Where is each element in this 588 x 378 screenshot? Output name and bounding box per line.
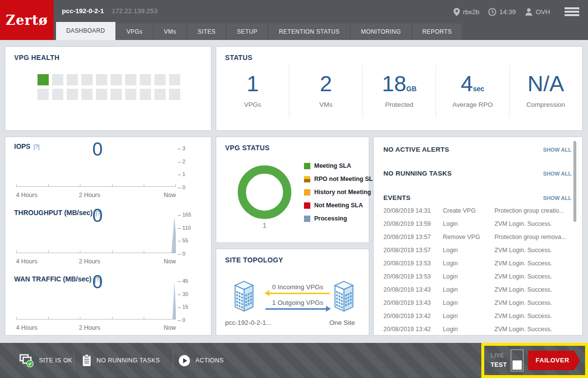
event-row[interactable]: 20/08/2019 13:53LoginZVM Login. Success. bbox=[383, 270, 566, 283]
wan-traffic-plot-area bbox=[16, 281, 176, 319]
event-description: ZVM Login. Success. bbox=[494, 326, 566, 333]
live-test-toggle[interactable] bbox=[511, 349, 524, 372]
event-description: Protection group remova... bbox=[494, 234, 566, 240]
event-action: Login bbox=[443, 313, 494, 319]
topology-links: 0 Incoming VPGs 1 Outgoing VPGs bbox=[264, 283, 332, 315]
legend-label: RPO not Meeting SLA bbox=[314, 176, 377, 182]
tab-sites[interactable]: SITES bbox=[188, 23, 226, 40]
footer-divider bbox=[173, 350, 173, 371]
local-site-building-icon bbox=[232, 279, 256, 313]
incoming-arrow bbox=[266, 293, 330, 294]
stat-label: VPGs bbox=[216, 101, 289, 108]
event-row[interactable]: 20/08/2019 13:42LoginZVM Login. Success. bbox=[383, 309, 566, 322]
tab-monitoring[interactable]: MONITORING bbox=[351, 23, 411, 40]
iops-x-axis: 4 Hours2 HoursNow bbox=[16, 192, 176, 199]
vpg-health-cell bbox=[81, 89, 93, 100]
event-action: Create VPG bbox=[443, 207, 494, 214]
vpg-health-cell bbox=[111, 74, 122, 85]
remote-site-label: One Site bbox=[329, 319, 355, 326]
event-row[interactable]: 20/08/2019 14:31Create VPGProtection gro… bbox=[383, 204, 566, 217]
legend-label: Processing bbox=[314, 215, 347, 222]
status-panel: STATUS 1 VPGs 2 VMs 18GB Protected 4sec … bbox=[216, 46, 583, 131]
event-description: Protection group creatio... bbox=[494, 207, 566, 214]
live-label: LIVE bbox=[491, 351, 507, 360]
vpg-health-cell bbox=[140, 74, 151, 85]
location-pin-icon bbox=[454, 8, 460, 16]
event-time: 20/08/2019 13:42 bbox=[383, 313, 443, 319]
site-topology-title: SITE TOPOLOGY bbox=[225, 256, 283, 264]
vpg-health-cell bbox=[81, 74, 93, 85]
event-row[interactable]: 20/08/2019 13:57LoginZVM Login. Success. bbox=[383, 243, 566, 257]
events-list: 20/08/2019 14:31Create VPGProtection gro… bbox=[383, 204, 566, 336]
throughput-y-axis: 165110550 bbox=[178, 212, 204, 257]
event-action: Login bbox=[443, 286, 494, 293]
legend-swatch bbox=[304, 216, 310, 222]
vpg-status-title: VPG STATUS bbox=[225, 144, 269, 152]
menu-icon[interactable] bbox=[565, 6, 579, 18]
tab-dashboard[interactable]: DASHBOARD bbox=[56, 22, 115, 40]
vpg-health-cell bbox=[96, 74, 107, 85]
failover-mode-labels: LIVE TEST bbox=[491, 351, 507, 370]
failover-button[interactable]: FAILOVER bbox=[528, 351, 580, 370]
zerto-logo: Zertø bbox=[0, 0, 54, 40]
event-time: 20/08/2019 13:57 bbox=[383, 234, 443, 240]
vpg-status-count: 1 bbox=[238, 221, 291, 229]
event-time: 20/08/2019 13:43 bbox=[383, 286, 443, 293]
stat-label: VMs bbox=[289, 101, 362, 108]
vpg-health-grid bbox=[38, 74, 181, 100]
tab-reports[interactable]: REPORTS bbox=[412, 23, 462, 40]
tasks-show-all-link[interactable]: SHOW ALL bbox=[543, 171, 571, 177]
event-action: Login bbox=[443, 273, 494, 280]
event-row[interactable]: 20/08/2019 13:53LoginZVM Login. Success. bbox=[383, 257, 566, 270]
stat-label: Average RPO bbox=[436, 101, 509, 108]
tab-vms[interactable]: VMs bbox=[154, 23, 187, 40]
event-time: 20/08/2019 13:53 bbox=[383, 273, 443, 280]
site-identity: pcc-192-0-2-1 172.22.139.253 bbox=[62, 7, 157, 15]
events-show-all-link[interactable]: SHOW ALL bbox=[543, 195, 571, 201]
vpg-health-cell bbox=[38, 89, 49, 100]
vpg-status-panel: VPG STATUS 1 Meeting SLARPO not Meeting … bbox=[216, 137, 369, 243]
alerts-show-all-link[interactable]: SHOW ALL bbox=[543, 147, 571, 153]
events-scrollbar[interactable] bbox=[573, 141, 576, 222]
stat-label: Compression bbox=[510, 101, 582, 108]
vpg-health-cell bbox=[140, 89, 151, 100]
user-label: OVH bbox=[536, 8, 550, 16]
remote-site-building-icon bbox=[332, 279, 356, 313]
event-row[interactable]: 20/08/2019 13:59LoginZVM Login. Success. bbox=[383, 217, 566, 230]
legend-swatch bbox=[304, 202, 310, 209]
vpg-health-panel: VPG HEALTH bbox=[5, 46, 211, 131]
event-row[interactable]: 20/08/2019 13:43LoginZVM Login. Success. bbox=[383, 283, 566, 296]
stat-value: 18GB bbox=[363, 72, 436, 96]
event-action: Login bbox=[443, 247, 494, 254]
tab-retention-status[interactable]: RETENTION STATUS bbox=[268, 23, 350, 40]
iops-y-axis: 3210 bbox=[178, 145, 204, 190]
tasks-clipboard-icon bbox=[82, 354, 92, 367]
vpg-health-title: VPG HEALTH bbox=[14, 54, 59, 61]
tab-setup[interactable]: SETUP bbox=[227, 23, 267, 40]
site-status-indicator[interactable]: SITE IS OK bbox=[19, 343, 73, 378]
event-time: 20/08/2019 13:42 bbox=[383, 326, 443, 333]
test-label: TEST bbox=[491, 360, 507, 370]
event-row[interactable]: 20/08/2019 13:43LoginZVM Login. Success. bbox=[383, 296, 566, 309]
stat-average-rpo: 4sec Average RPO bbox=[436, 64, 509, 118]
main-tabs: DASHBOARD VPGs VMs SITES SETUP RETENTION… bbox=[56, 22, 462, 40]
actions-button[interactable]: ACTIONS bbox=[178, 343, 224, 378]
vpg-health-cell bbox=[52, 74, 63, 85]
vpg-health-cell bbox=[52, 89, 63, 100]
events-header: EVENTS bbox=[383, 194, 411, 201]
event-row[interactable]: 20/08/2019 13:42LoginZVM Login. Success. bbox=[383, 322, 566, 336]
vpg-health-cell bbox=[67, 89, 78, 100]
tab-vpgs[interactable]: VPGs bbox=[116, 23, 153, 40]
event-row[interactable]: 20/08/2019 13:57Remove VPGProtection gro… bbox=[383, 230, 566, 243]
vpg-health-cell bbox=[67, 74, 78, 85]
user-group[interactable]: OVH bbox=[525, 8, 550, 16]
top-bar: Zertø pcc-192-0-2-1 172.22.139.253 rbx2b… bbox=[0, 0, 588, 40]
stat-value: N/A bbox=[510, 72, 582, 96]
location-label: rbx2b bbox=[463, 8, 479, 16]
stat-value: 2 bbox=[289, 72, 362, 96]
site-hostname: pcc-192-0-2-1 bbox=[62, 7, 104, 15]
event-description: ZVM Login. Success. bbox=[494, 286, 566, 293]
running-tasks-indicator[interactable]: NO RUNNING TASKS bbox=[82, 343, 160, 378]
toggle-test-position bbox=[512, 360, 522, 370]
incoming-vpgs-label: 0 Incoming VPGs bbox=[264, 283, 332, 291]
